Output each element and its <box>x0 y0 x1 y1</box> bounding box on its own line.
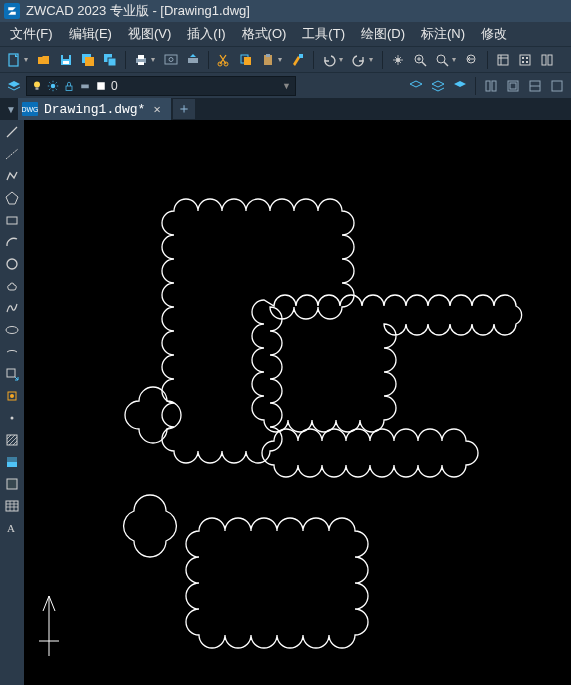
saveas-icon[interactable] <box>78 50 98 70</box>
point-icon[interactable] <box>2 408 22 428</box>
mtext-icon[interactable]: A <box>2 518 22 538</box>
svg-rect-3 <box>63 61 69 64</box>
paste-icon[interactable] <box>258 50 278 70</box>
svg-rect-48 <box>7 369 15 377</box>
pan-icon[interactable] <box>388 50 408 70</box>
spline-icon[interactable] <box>2 298 22 318</box>
dropdown-icon[interactable]: ▾ <box>278 55 286 64</box>
svg-point-50 <box>10 394 14 398</box>
tab-list-dropdown[interactable]: ▼ <box>4 104 18 115</box>
tool-palette-icon[interactable] <box>537 50 557 70</box>
print-layer-icon <box>79 80 91 92</box>
svg-rect-38 <box>97 82 105 90</box>
saveall-icon[interactable] <box>100 50 120 70</box>
dropdown-icon[interactable]: ▾ <box>452 55 460 64</box>
menu-insert[interactable]: 插入(I) <box>179 22 233 46</box>
zoom-realtime-icon[interactable] <box>410 50 430 70</box>
layer-state-icon[interactable] <box>481 76 501 96</box>
polygon-icon[interactable] <box>2 188 22 208</box>
svg-rect-9 <box>138 55 144 59</box>
region-icon[interactable] <box>2 474 22 494</box>
layer-name: 0 <box>111 79 118 93</box>
match-prop-icon[interactable] <box>288 50 308 70</box>
zoom-window-icon[interactable] <box>432 50 452 70</box>
layer-walk-icon[interactable] <box>503 76 523 96</box>
menu-dim[interactable]: 标注(N) <box>413 22 473 46</box>
circle-icon[interactable] <box>2 254 22 274</box>
svg-rect-11 <box>165 55 177 64</box>
layer-freeze-icon[interactable] <box>450 76 470 96</box>
svg-rect-17 <box>244 57 251 65</box>
construction-line-icon[interactable] <box>2 144 22 164</box>
svg-rect-10 <box>138 62 144 65</box>
menu-edit[interactable]: 编辑(E) <box>61 22 120 46</box>
undo-icon[interactable] <box>319 50 339 70</box>
open-icon[interactable] <box>34 50 54 70</box>
make-block-icon[interactable] <box>2 386 22 406</box>
menu-view[interactable]: 视图(V) <box>120 22 179 46</box>
table-icon[interactable] <box>2 496 22 516</box>
redo-icon[interactable] <box>349 50 369 70</box>
ellipse-icon[interactable] <box>2 320 22 340</box>
design-center-icon[interactable] <box>515 50 535 70</box>
svg-point-35 <box>51 83 56 88</box>
zoom-previous-icon[interactable] <box>462 50 482 70</box>
new-tab-button[interactable]: ＋ <box>173 99 195 119</box>
color-swatch-icon <box>95 80 107 92</box>
svg-point-46 <box>7 259 17 269</box>
svg-rect-37 <box>81 84 89 88</box>
svg-rect-20 <box>299 54 303 58</box>
menu-format[interactable]: 格式(O) <box>234 22 295 46</box>
plot-preview-icon[interactable] <box>161 50 181 70</box>
menu-tools[interactable]: 工具(T) <box>294 22 353 46</box>
menu-draw[interactable]: 绘图(D) <box>353 22 413 46</box>
app-logo <box>4 3 20 19</box>
dropdown-icon[interactable]: ▾ <box>151 55 159 64</box>
gradient-icon[interactable] <box>2 452 22 472</box>
rectangle-icon[interactable] <box>2 210 22 230</box>
standard-toolbar: ▾ ▾ ▾ ▾ ▾ ▾ <box>0 46 571 72</box>
svg-rect-54 <box>7 457 17 462</box>
polyline-icon[interactable] <box>2 166 22 186</box>
save-icon[interactable] <box>56 50 76 70</box>
dropdown-icon[interactable]: ▾ <box>369 55 377 64</box>
cut-icon[interactable] <box>214 50 234 70</box>
hatch-icon[interactable] <box>2 430 22 450</box>
drawing-canvas[interactable] <box>24 120 571 685</box>
revcloud-icon[interactable] <box>2 276 22 296</box>
ellipse-arc-icon[interactable] <box>2 342 22 362</box>
layer-prev-icon[interactable] <box>525 76 545 96</box>
line-icon[interactable] <box>2 122 22 142</box>
arc-icon[interactable] <box>2 232 22 252</box>
svg-rect-52 <box>7 435 17 445</box>
svg-rect-45 <box>7 217 17 224</box>
svg-rect-44 <box>552 81 562 91</box>
svg-rect-13 <box>188 58 198 63</box>
document-tab[interactable]: DWG Drawing1.dwg* ✕ <box>18 98 171 120</box>
layer-more-icon[interactable] <box>547 76 567 96</box>
close-tab-icon[interactable]: ✕ <box>151 102 162 117</box>
layer-combo[interactable]: 0 ▼ <box>26 76 296 96</box>
title-bar: ZWCAD 2023 专业版 - [Drawing1.dwg] <box>0 0 571 22</box>
ucs-icon <box>39 596 59 656</box>
copy-icon[interactable] <box>236 50 256 70</box>
layer-off-icon[interactable] <box>428 76 448 96</box>
svg-point-33 <box>34 81 40 87</box>
properties-icon[interactable] <box>493 50 513 70</box>
svg-rect-39 <box>486 81 490 91</box>
svg-point-23 <box>437 55 445 63</box>
menu-modify[interactable]: 修改 <box>473 22 515 46</box>
layer-manager-icon[interactable] <box>4 76 24 96</box>
dropdown-icon[interactable]: ▾ <box>339 55 347 64</box>
plot-icon[interactable] <box>131 50 151 70</box>
menu-file[interactable]: 文件(F) <box>2 22 61 46</box>
publish-icon[interactable] <box>183 50 203 70</box>
dropdown-icon[interactable]: ▾ <box>24 55 32 64</box>
new-icon[interactable] <box>4 50 24 70</box>
layer-iso-icon[interactable] <box>406 76 426 96</box>
insert-block-icon[interactable] <box>2 364 22 384</box>
svg-rect-29 <box>522 61 524 63</box>
svg-rect-19 <box>266 54 270 57</box>
window-title: ZWCAD 2023 专业版 - [Drawing1.dwg] <box>26 2 250 20</box>
svg-rect-30 <box>526 61 528 63</box>
